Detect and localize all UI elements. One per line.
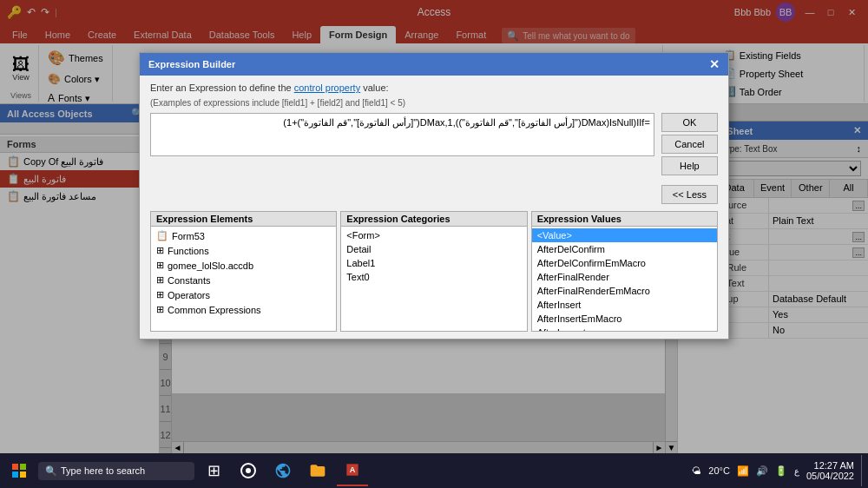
tray-icon-battery: 🔋 xyxy=(775,465,787,477)
tray-icon-network[interactable]: 📶 xyxy=(737,465,749,477)
element-constants[interactable]: ⊞ Constants xyxy=(151,273,336,287)
category-text0[interactable]: Text0 xyxy=(341,270,526,284)
task-view-icon[interactable]: ⊞ xyxy=(198,455,229,486)
taskbar-icon-cortana[interactable] xyxy=(233,455,264,486)
expression-panels: Expression Elements 📋 Form53 ⊞ Functions… xyxy=(150,211,718,332)
tray-icon-lang[interactable]: ع xyxy=(794,466,799,476)
values-panel-content: <Value> AfterDelConfirm AfterDelConfirmE… xyxy=(532,227,717,331)
operators-icon: ⊞ xyxy=(156,289,164,300)
dialog-left-panel: =IIf(IsNull(DMax("[رأس الفاتورة]","قم ال… xyxy=(150,113,654,204)
help-button[interactable]: Help xyxy=(661,156,718,175)
category-detail[interactable]: Detail xyxy=(341,242,526,256)
dialog-body: Enter an Expression to define the contro… xyxy=(140,76,728,339)
expression-values-panel: Expression Values <Value> AfterDelConfir… xyxy=(531,211,718,332)
dialog-title-label: Expression Builder xyxy=(148,59,235,69)
element-common-expressions[interactable]: ⊞ Common Expressions xyxy=(151,302,336,317)
control-property-link[interactable]: control property xyxy=(294,82,360,93)
element-db[interactable]: ⊞ gomee_lolSlo.accdb xyxy=(151,258,336,273)
dialog-close-button[interactable]: ✕ xyxy=(709,57,720,71)
taskbar-date: 05/04/2022 xyxy=(806,471,854,481)
less-button[interactable]: << Less xyxy=(661,185,718,204)
taskbar-clock[interactable]: 12:27 AM 05/04/2022 xyxy=(806,460,854,481)
element-form53[interactable]: 📋 Form53 xyxy=(151,228,336,243)
common-expressions-icon: ⊞ xyxy=(156,304,164,315)
value-afterlayout[interactable]: AfterLayout xyxy=(532,326,717,331)
taskbar-search-text: Type here to search xyxy=(61,465,145,476)
svg-point-1 xyxy=(246,468,251,473)
element-operators[interactable]: ⊞ Operators xyxy=(151,287,336,302)
element-functions[interactable]: ⊞ Functions xyxy=(151,243,336,258)
constants-icon: ⊞ xyxy=(156,274,164,286)
value-afterinsert[interactable]: AfterInsert xyxy=(532,298,717,312)
start-button[interactable] xyxy=(3,455,35,486)
categories-panel-content: <Form> Detail Label1 Text0 xyxy=(341,227,526,331)
tray-icon-temp: 🌤 xyxy=(692,465,701,476)
svg-text:A: A xyxy=(350,465,356,474)
value-afterdelconfirm-macro[interactable]: AfterDelConfirmEmMacro xyxy=(532,256,717,270)
value-afterfinalrender[interactable]: AfterFinalRender xyxy=(532,270,717,284)
values-panel-header: Expression Values xyxy=(532,212,717,227)
elements-panel-content: 📋 Form53 ⊞ Functions ⊞ gomee_lolSlo.accd… xyxy=(151,227,336,331)
category-form[interactable]: <Form> xyxy=(341,228,526,242)
taskbar: 🔍 Type here to search ⊞ A 🌤 20°C 📶 🔊 🔋 ع… xyxy=(0,453,868,488)
temperature-label: 20°C xyxy=(708,465,730,476)
dialog-title-bar: Expression Builder ✕ xyxy=(140,53,728,76)
taskbar-icon-access[interactable]: A xyxy=(337,455,368,486)
value-afterinsert-macro[interactable]: AfterInsertEmMacro xyxy=(532,312,717,326)
folder-icon: 📋 xyxy=(156,230,168,241)
taskbar-icon-explorer[interactable] xyxy=(302,455,333,486)
elements-panel-header: Expression Elements xyxy=(151,212,336,227)
expression-textarea[interactable]: =IIf(IsNull(DMax("[رأس الفاتورة]","قم ال… xyxy=(150,113,654,156)
taskbar-time: 12:27 AM xyxy=(806,460,854,471)
dialog-main-area: =IIf(IsNull(DMax("[رأس الفاتورة]","قم ال… xyxy=(150,113,718,204)
category-label1[interactable]: Label1 xyxy=(341,256,526,270)
expression-categories-panel: Expression Categories <Form> Detail Labe… xyxy=(340,211,527,332)
expression-builder-dialog: Expression Builder ✕ Enter an Expression… xyxy=(139,52,729,340)
taskbar-right-area: 🌤 20°C 📶 🔊 🔋 ع 12:27 AM 05/04/2022 xyxy=(692,455,865,486)
categories-panel-header: Expression Categories xyxy=(341,212,526,227)
function-icon: ⊞ xyxy=(156,245,164,256)
taskbar-search-box[interactable]: 🔍 Type here to search xyxy=(38,462,194,480)
cancel-button[interactable]: Cancel xyxy=(661,135,718,154)
ok-button[interactable]: OK xyxy=(661,113,718,132)
value-value[interactable]: <Value> xyxy=(532,228,717,242)
expression-elements-panel: Expression Elements 📋 Form53 ⊞ Functions… xyxy=(150,211,337,332)
dialog-instructions: Enter an Expression to define the contro… xyxy=(150,82,718,93)
search-icon: 🔍 xyxy=(45,465,57,477)
tray-icon-speaker[interactable]: 🔊 xyxy=(756,465,768,477)
value-afterfinalrender-macro[interactable]: AfterFinalRenderEmMacro xyxy=(532,284,717,298)
taskbar-icon-edge[interactable] xyxy=(267,455,299,486)
db-icon: ⊞ xyxy=(156,260,164,271)
dialog-examples: (Examples of expressions include [field1… xyxy=(150,98,718,108)
value-afterdelconfirm[interactable]: AfterDelConfirm xyxy=(532,242,717,256)
dialog-overlay: Expression Builder ✕ Enter an Expression… xyxy=(0,0,868,488)
show-desktop-btn[interactable] xyxy=(861,455,865,486)
dialog-buttons-panel: OK Cancel Help << Less xyxy=(661,113,718,204)
